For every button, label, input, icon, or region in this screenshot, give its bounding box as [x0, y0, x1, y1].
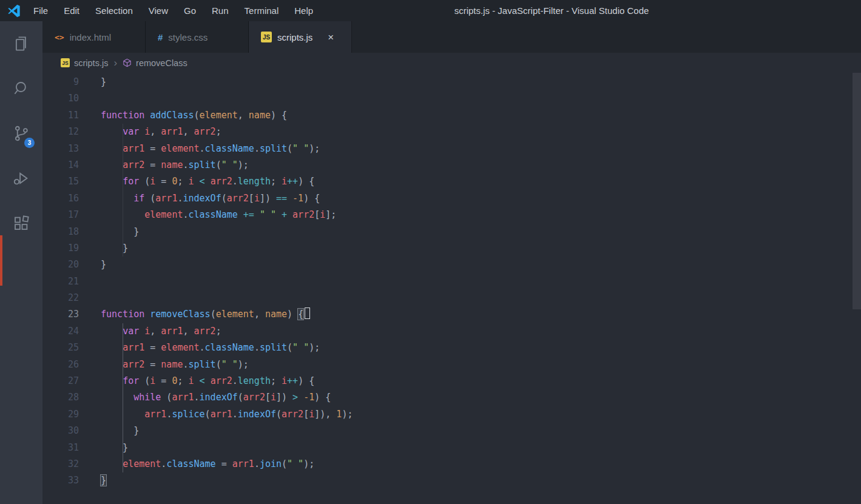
css-file-icon: #	[158, 32, 163, 42]
code-line[interactable]: 17 element.className += " " + arr2[i];	[42, 207, 861, 223]
line-number: 15	[42, 173, 79, 190]
code-line[interactable]: 33}	[42, 472, 861, 489]
line-number: 10	[42, 90, 79, 107]
menu-item-terminal[interactable]: Terminal	[237, 0, 287, 21]
menu-item-go[interactable]: Go	[176, 0, 204, 21]
line-number: 28	[42, 389, 79, 406]
code-lines: 9}1011function addClass(element, name) {…	[42, 74, 861, 489]
activity-item-explorer[interactable]	[0, 21, 42, 66]
code-line[interactable]: 31 }	[42, 440, 861, 456]
code-text: element.className += " " + arr2[i];	[101, 207, 336, 223]
indent-guide	[123, 224, 123, 240]
activity-item-source-control[interactable]: 3	[0, 111, 42, 156]
code-text: arr2 = name.split(" ");	[101, 157, 249, 173]
code-line[interactable]: 24 var i, arr1, arr2;	[42, 323, 861, 340]
line-number: 18	[42, 224, 79, 240]
chevron-right-icon: ›	[113, 57, 117, 69]
code-line[interactable]: 19 }	[42, 240, 861, 257]
tab-scripts-js[interactable]: JSscripts.js×	[249, 21, 352, 53]
activity-accent-strip	[0, 235, 2, 286]
code-line[interactable]: 23function removeClass(element, name) {	[42, 306, 861, 323]
tab-index-html[interactable]: <>index.html	[42, 21, 146, 53]
code-line[interactable]: 22	[42, 290, 861, 306]
tab-label: styles.css	[168, 32, 208, 42]
vscode-logo-icon	[7, 4, 21, 18]
editor[interactable]: 9}1011function addClass(element, name) {…	[42, 73, 861, 504]
code-line[interactable]: 13 arr1 = element.className.split(" ");	[42, 141, 861, 157]
code-line[interactable]: 20}	[42, 257, 861, 273]
indent-guide	[123, 323, 123, 340]
indent-guide	[123, 190, 123, 207]
menu-item-file[interactable]: File	[25, 0, 56, 21]
menu-item-view[interactable]: View	[141, 0, 176, 21]
code-line[interactable]: 14 arr2 = name.split(" ");	[42, 157, 861, 173]
code-line[interactable]: 28 while (arr1.indexOf(arr2[i]) > -1) {	[42, 389, 861, 406]
breadcrumb-file[interactable]: scripts.js	[74, 58, 108, 68]
activity-item-extensions[interactable]	[0, 201, 42, 246]
code-text: }	[101, 240, 128, 257]
code-line[interactable]: 9}	[42, 74, 861, 90]
code-text: }	[101, 423, 139, 439]
line-number: 29	[42, 406, 79, 423]
code-line[interactable]: 32 element.className = arr1.join(" ");	[42, 456, 861, 472]
line-number: 31	[42, 440, 79, 456]
close-icon[interactable]: ×	[328, 32, 334, 42]
indent-guide	[123, 373, 123, 389]
code-text: while (arr1.indexOf(arr2[i]) > -1) {	[101, 389, 331, 406]
code-line[interactable]: 21	[42, 274, 861, 290]
code-text: arr1 = element.className.split(" ");	[101, 340, 320, 356]
indent-guide	[123, 357, 123, 373]
code-line[interactable]: 16 if (arr1.indexOf(arr2[i]) == -1) {	[42, 190, 861, 207]
code-text: for (i = 0; i < arr2.length; i++) {	[101, 173, 314, 190]
line-number: 16	[42, 190, 79, 207]
code-line[interactable]: 25 arr1 = element.className.split(" ");	[42, 340, 861, 356]
code-line[interactable]: 15 for (i = 0; i < arr2.length; i++) {	[42, 173, 861, 190]
menu-item-edit[interactable]: Edit	[56, 0, 87, 21]
line-number: 23	[42, 306, 79, 323]
menu-item-run[interactable]: Run	[204, 0, 237, 21]
code-line[interactable]: 29 arr1.splice(arr1.indexOf(arr2[i]), 1)…	[42, 406, 861, 423]
indent-guide	[123, 389, 123, 406]
tab-label: scripts.js	[277, 32, 312, 42]
code-text: function addClass(element, name) {	[101, 107, 287, 124]
title-bar: FileEditSelectionViewGoRunTerminalHelp s…	[0, 0, 861, 21]
code-text: }	[101, 74, 106, 90]
line-number: 22	[42, 290, 79, 306]
code-line[interactable]: 18 }	[42, 224, 861, 240]
code-text: arr2 = name.split(" ");	[101, 357, 249, 373]
explorer-icon	[12, 35, 30, 53]
code-text: function removeClass(element, name) {	[101, 306, 310, 323]
breadcrumb-bar: JS scripts.js › removeClass	[42, 53, 861, 73]
code-text: if (arr1.indexOf(arr2[i]) == -1) {	[101, 190, 320, 207]
code-line[interactable]: 26 arr2 = name.split(" ");	[42, 357, 861, 373]
code-line[interactable]: 27 for (i = 0; i < arr2.length; i++) {	[42, 373, 861, 389]
code-line[interactable]: 12 var i, arr1, arr2;	[42, 124, 861, 140]
code-line[interactable]: 10	[42, 90, 861, 107]
line-number: 9	[42, 74, 79, 90]
line-number: 30	[42, 423, 79, 439]
editor-scrollbar[interactable]	[853, 73, 861, 309]
code-line[interactable]: 11function addClass(element, name) {	[42, 107, 861, 124]
indent-guide	[123, 157, 123, 173]
workbench: 3 <>index.html#styles.cssJSscripts.js× J…	[0, 21, 861, 504]
text-cursor	[305, 307, 310, 319]
line-number: 27	[42, 373, 79, 389]
activity-item-search[interactable]	[0, 66, 42, 111]
menu-item-help[interactable]: Help	[286, 0, 321, 21]
breadcrumb-symbol[interactable]: removeClass	[136, 58, 187, 68]
menu-item-selection[interactable]: Selection	[87, 0, 141, 21]
activity-item-run-and-debug[interactable]	[0, 156, 42, 201]
tab-bar: <>index.html#styles.cssJSscripts.js×	[42, 21, 861, 53]
symbol-method-icon	[123, 58, 132, 67]
html-file-icon: <>	[55, 33, 64, 42]
code-text: var i, arr1, arr2;	[101, 323, 221, 340]
line-number: 24	[42, 323, 79, 340]
code-line[interactable]: 30 }	[42, 423, 861, 439]
tab-styles-css[interactable]: #styles.css	[146, 21, 249, 53]
window-title: scripts.js - JavaScript-Filter - Visual …	[321, 5, 861, 16]
menu-bar: FileEditSelectionViewGoRunTerminalHelp	[25, 0, 321, 21]
indent-guide	[123, 456, 123, 472]
indent-guide	[123, 423, 123, 439]
indent-guide	[123, 440, 123, 456]
code-text: element.className = arr1.join(" ");	[101, 456, 314, 472]
